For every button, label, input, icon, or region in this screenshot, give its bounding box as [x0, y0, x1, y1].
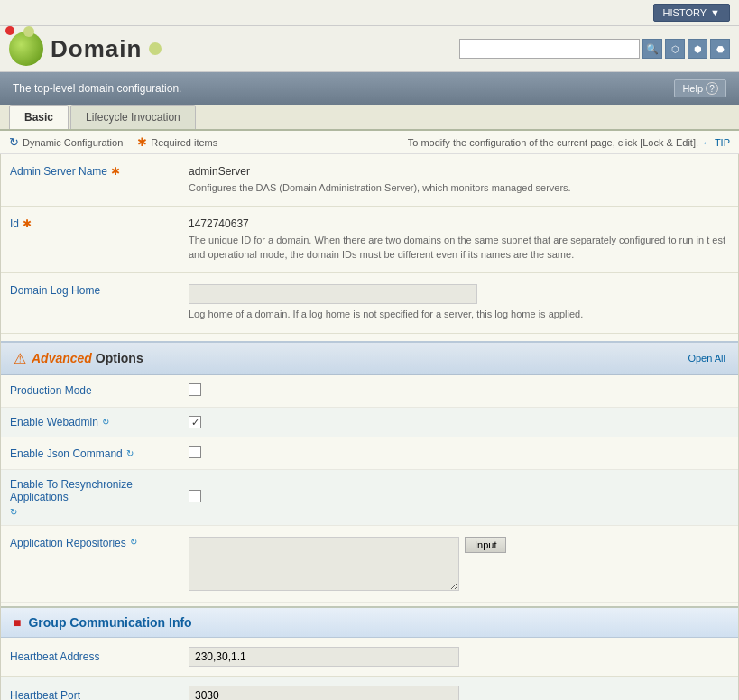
group-comm-icon: ■ [14, 615, 21, 630]
group-comm-header: ■ Group Communication Info [1, 606, 738, 638]
id-text: 1472740637 [189, 217, 731, 230]
adv-row-json-command: Enable Json Command ↻ [1, 438, 738, 470]
main-content: Admin Server Name ✱ adminServer Configur… [0, 154, 739, 700]
resync-sync-icon: ↻ [10, 507, 17, 517]
action-btn-2[interactable]: ⬢ [688, 39, 707, 59]
action-btn-3[interactable]: ⬣ [710, 39, 730, 59]
heartbeat-address-value [181, 643, 738, 670]
open-all-link[interactable]: Open All [688, 353, 725, 364]
required-label: Required items [151, 137, 217, 148]
action-btn-1[interactable]: ⬡ [665, 39, 685, 59]
history-button[interactable]: HISTORY ▼ [653, 4, 730, 22]
advanced-section-icon: ⚠ [14, 350, 26, 367]
heartbeat-address-input[interactable] [189, 647, 459, 667]
production-mode-value [181, 380, 738, 402]
heartbeat-port-value [181, 682, 738, 700]
history-label: HISTORY [663, 7, 707, 18]
log-home-label: Domain Log Home [1, 281, 181, 300]
admin-server-label: Admin Server Name ✱ [1, 161, 181, 181]
json-sync-icon: ↻ [126, 448, 134, 458]
heartbeat-port-label: Heartbeat Port [1, 686, 181, 700]
advanced-options-header: ⚠ Advanced Options Open All [1, 341, 738, 375]
production-mode-label: Production Mode [1, 381, 181, 401]
log-home-desc: Log home of a domain. If a log home is n… [189, 308, 731, 321]
group-comm-title: Group Communication Info [28, 615, 191, 630]
webadmin-label: Enable Webadmin ↻ [1, 412, 181, 432]
tip-link: ← TIP [702, 137, 730, 148]
app-repos-value: Input [181, 533, 738, 594]
production-mode-checkbox[interactable] [189, 383, 201, 396]
json-command-checkbox[interactable] [189, 446, 201, 458]
page-title: Domain [51, 35, 142, 63]
help-button[interactable]: Help ? [674, 79, 726, 97]
logo-circle [9, 32, 43, 66]
title-dot [149, 42, 162, 55]
dynamic-config: ↻ Dynamic Configuration [9, 135, 123, 149]
header-left: Domain [9, 32, 162, 66]
search-input[interactable] [459, 39, 640, 59]
adv-row-resync: Enable To Resynchronize Applications ↻ [1, 470, 738, 526]
webadmin-value: ✓ [181, 412, 738, 433]
required-items: ✱ Required items [137, 135, 217, 149]
resync-label: Enable To Resynchronize Applications ↻ [1, 474, 181, 520]
id-desc: The unique ID for a domain. When there a… [189, 234, 731, 262]
log-home-value: Log home of a domain. If a log home is n… [181, 281, 738, 325]
field-row-id: Id ✱ 1472740637 The unique ID for a doma… [1, 207, 738, 273]
advanced-section-title: Advanced Options [32, 351, 143, 365]
webadmin-sync-icon: ↻ [102, 417, 109, 427]
dynamic-config-icon: ↻ [9, 135, 19, 149]
resync-value [181, 486, 738, 509]
app-repos-sync-icon: ↻ [130, 537, 137, 547]
tab-lifecycle[interactable]: Lifecycle Invocation [70, 105, 196, 129]
search-button[interactable]: 🔍 [642, 39, 662, 59]
info-bar: The top-level domain configuration. Help… [0, 72, 739, 105]
field-row-log-home: Domain Log Home Log home of a domain. If… [1, 273, 738, 333]
heartbeat-port-input[interactable] [189, 686, 459, 700]
adv-row-app-repos: Application Repositories ↻ Input [1, 526, 738, 603]
required-star: ✱ [111, 165, 120, 178]
json-command-value [181, 442, 738, 465]
log-home-input[interactable] [189, 284, 477, 304]
adv-row-production-mode: Production Mode [1, 375, 738, 408]
dynamic-config-label: Dynamic Configuration [23, 137, 123, 148]
admin-server-text: adminServer [189, 165, 731, 178]
tab-basic[interactable]: Basic [9, 105, 69, 129]
search-area: 🔍 ⬡ ⬢ ⬣ [459, 39, 730, 59]
json-command-label: Enable Json Command ↻ [1, 444, 181, 464]
adv-row-webadmin: Enable Webadmin ↻ ✓ [1, 408, 738, 438]
info-bar-text: The top-level domain configuration. [13, 82, 181, 95]
id-label: Id ✱ [1, 214, 181, 234]
app-repos-input-button[interactable]: Input [465, 537, 506, 553]
app-repos-label: Application Repositories ↻ [1, 533, 181, 553]
admin-server-desc: Configures the DAS (Domain Administratio… [189, 181, 731, 195]
resync-checkbox[interactable] [189, 490, 201, 502]
webadmin-checkbox[interactable]: ✓ [189, 416, 201, 428]
config-bar: ↻ Dynamic Configuration ✱ Required items… [0, 131, 739, 154]
app-repos-textarea[interactable] [189, 537, 459, 591]
help-label: Help [682, 83, 703, 94]
id-required-star: ✱ [23, 217, 32, 230]
tab-bar: Basic Lifecycle Invocation [0, 105, 739, 131]
id-value: 1472740637 The unique ID for a domain. W… [181, 214, 738, 265]
field-row-heartbeat-address: Heartbeat Address [1, 638, 738, 677]
field-row-heartbeat-port: Heartbeat Port [1, 677, 738, 700]
field-row-admin-server: Admin Server Name ✱ adminServer Configur… [1, 154, 738, 207]
help-icon: ? [706, 82, 718, 95]
admin-server-value: adminServer Configures the DAS (Domain A… [181, 161, 738, 198]
history-arrow-icon: ▼ [710, 7, 720, 18]
heartbeat-address-label: Heartbeat Address [1, 647, 181, 667]
tip-text: To modify the configuration of the curre… [408, 137, 698, 148]
star-icon: ✱ [137, 135, 147, 149]
